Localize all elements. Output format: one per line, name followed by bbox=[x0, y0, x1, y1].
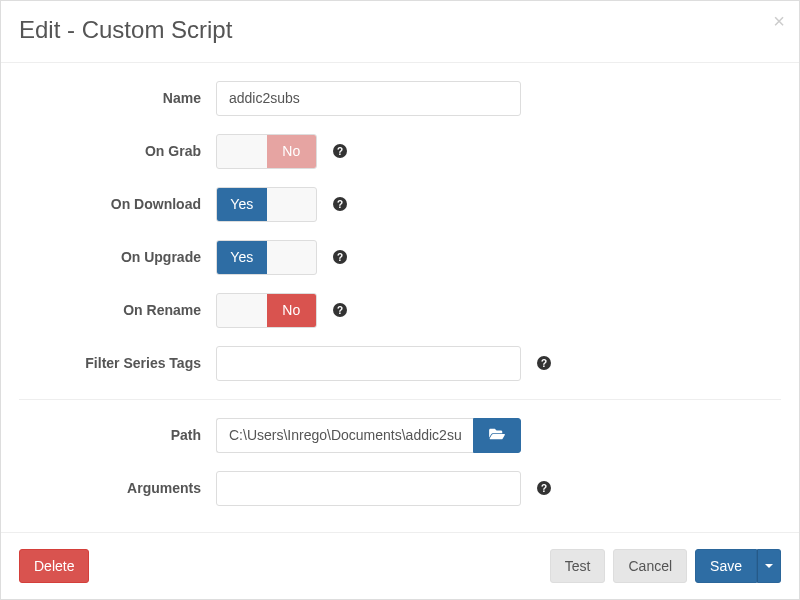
row-path: Path bbox=[19, 418, 781, 453]
label-path: Path bbox=[19, 427, 216, 443]
modal-header: Edit - Custom Script × bbox=[1, 1, 799, 63]
row-on-download: On Download Yes ? bbox=[19, 187, 781, 222]
close-icon[interactable]: × bbox=[773, 11, 785, 31]
edit-custom-script-modal: Edit - Custom Script × Name On Grab No ?… bbox=[0, 0, 800, 600]
toggle-on-upgrade-no bbox=[267, 241, 317, 274]
test-button[interactable]: Test bbox=[550, 549, 606, 583]
footer-right-buttons: Test Cancel Save bbox=[550, 549, 781, 583]
toggle-on-rename[interactable]: No bbox=[216, 293, 317, 328]
label-on-grab: On Grab bbox=[19, 143, 216, 159]
toggle-on-grab-no: No bbox=[267, 135, 317, 168]
modal-footer: Delete Test Cancel Save bbox=[1, 532, 799, 599]
label-name: Name bbox=[19, 90, 216, 106]
toggle-on-rename-no: No bbox=[267, 294, 317, 327]
modal-title: Edit - Custom Script bbox=[19, 16, 779, 45]
toggle-on-download-yes: Yes bbox=[217, 188, 267, 221]
help-icon[interactable]: ? bbox=[333, 144, 347, 158]
toggle-on-upgrade-yes: Yes bbox=[217, 241, 267, 274]
cancel-button[interactable]: Cancel bbox=[613, 549, 687, 583]
path-input-group bbox=[216, 418, 521, 453]
toggle-on-grab[interactable]: No bbox=[216, 134, 317, 169]
delete-button[interactable]: Delete bbox=[19, 549, 89, 583]
row-arguments: Arguments ? bbox=[19, 471, 781, 506]
modal-body: Name On Grab No ? On Download Yes bbox=[1, 63, 799, 506]
toggle-on-rename-yes bbox=[217, 294, 267, 327]
browse-button[interactable] bbox=[473, 418, 521, 453]
row-name: Name bbox=[19, 81, 781, 116]
toggle-on-download[interactable]: Yes bbox=[216, 187, 317, 222]
label-on-upgrade: On Upgrade bbox=[19, 249, 216, 265]
row-on-grab: On Grab No ? bbox=[19, 134, 781, 169]
label-on-download: On Download bbox=[19, 196, 216, 212]
caret-down-icon bbox=[765, 564, 773, 568]
row-filter-tags: Filter Series Tags ? bbox=[19, 346, 781, 381]
filter-tags-input[interactable] bbox=[216, 346, 521, 381]
label-arguments: Arguments bbox=[19, 480, 216, 496]
help-icon[interactable]: ? bbox=[333, 303, 347, 317]
help-icon[interactable]: ? bbox=[333, 250, 347, 264]
toggle-on-upgrade[interactable]: Yes bbox=[216, 240, 317, 275]
label-on-rename: On Rename bbox=[19, 302, 216, 318]
toggle-on-grab-yes bbox=[217, 135, 267, 168]
label-filter-tags: Filter Series Tags bbox=[19, 355, 216, 371]
row-on-rename: On Rename No ? bbox=[19, 293, 781, 328]
arguments-input[interactable] bbox=[216, 471, 521, 506]
save-split-button: Save bbox=[695, 549, 781, 583]
save-dropdown-toggle[interactable] bbox=[757, 549, 781, 583]
path-input[interactable] bbox=[216, 418, 473, 453]
help-icon[interactable]: ? bbox=[537, 356, 551, 370]
row-on-upgrade: On Upgrade Yes ? bbox=[19, 240, 781, 275]
toggle-on-download-no bbox=[267, 188, 317, 221]
help-icon[interactable]: ? bbox=[537, 481, 551, 495]
save-button[interactable]: Save bbox=[695, 549, 757, 583]
section-divider bbox=[19, 399, 781, 400]
name-input[interactable] bbox=[216, 81, 521, 116]
folder-open-icon bbox=[488, 427, 506, 444]
help-icon[interactable]: ? bbox=[333, 197, 347, 211]
